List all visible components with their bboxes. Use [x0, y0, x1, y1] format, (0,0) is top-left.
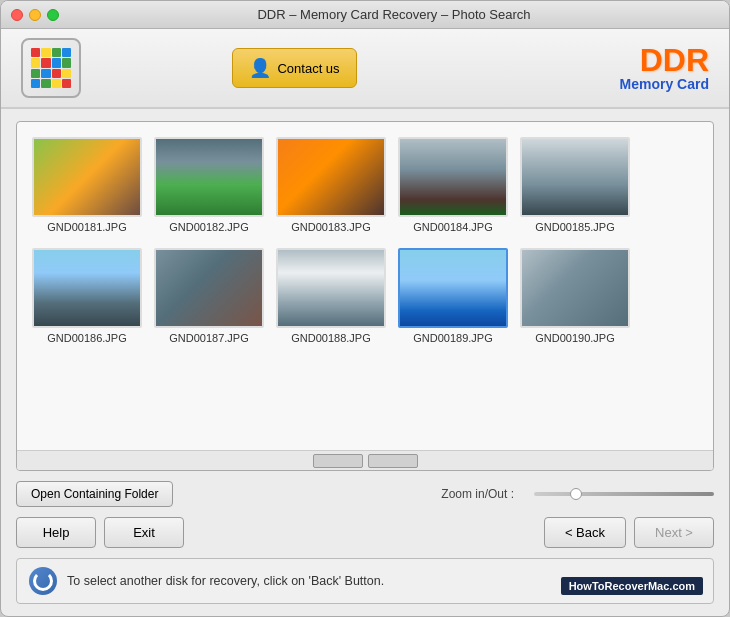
photo-item-182[interactable]: GND00182.JPG — [154, 137, 264, 233]
title-bar: DDR – Memory Card Recovery – Photo Searc… — [1, 1, 729, 29]
toolbar-row: Open Containing Folder Zoom in/Out : — [16, 481, 714, 507]
exit-button[interactable]: Exit — [104, 517, 184, 548]
contact-icon: 👤 — [249, 57, 271, 79]
photo-label-184: GND00184.JPG — [413, 221, 492, 233]
photo-grid-container: GND00181.JPG GND00182.JPG GND00183.JPG G… — [16, 121, 714, 471]
photo-grid-scroll[interactable]: GND00181.JPG GND00182.JPG GND00183.JPG G… — [17, 122, 713, 450]
photo-label-185: GND00185.JPG — [535, 221, 614, 233]
photo-item-184[interactable]: GND00184.JPG — [398, 137, 508, 233]
ddr-branding: DDR Memory Card — [620, 44, 709, 92]
photo-thumb-188[interactable] — [276, 248, 386, 328]
photo-item-190[interactable]: GND00190.JPG — [520, 248, 630, 344]
exit-label: Exit — [133, 525, 155, 540]
photo-item-189[interactable]: GND00189.JPG — [398, 248, 508, 344]
app-header: 👤 Contact us DDR Memory Card — [1, 29, 729, 109]
photo-thumb-187[interactable] — [154, 248, 264, 328]
minimize-button[interactable] — [29, 9, 41, 21]
next-button[interactable]: Next > — [634, 517, 714, 548]
photo-thumb-190[interactable] — [520, 248, 630, 328]
open-folder-label: Open Containing Folder — [31, 487, 158, 501]
photo-label-182: GND00182.JPG — [169, 221, 248, 233]
photo-label-183: GND00183.JPG — [291, 221, 370, 233]
ddr-subtitle: Memory Card — [620, 76, 709, 92]
photo-thumb-185[interactable] — [520, 137, 630, 217]
main-content: GND00181.JPG GND00182.JPG GND00183.JPG G… — [1, 109, 729, 616]
photo-item-188[interactable]: GND00188.JPG — [276, 248, 386, 344]
status-icon — [29, 567, 57, 595]
photo-label-190: GND00190.JPG — [535, 332, 614, 344]
next-label: Next > — [655, 525, 693, 540]
photo-row-1: GND00181.JPG GND00182.JPG GND00183.JPG G… — [32, 137, 698, 233]
photo-thumb-183[interactable] — [276, 137, 386, 217]
photo-item-183[interactable]: GND00183.JPG — [276, 137, 386, 233]
photo-thumb-181[interactable] — [32, 137, 142, 217]
app-logo — [21, 38, 81, 98]
help-label: Help — [43, 525, 70, 540]
back-button[interactable]: < Back — [544, 517, 626, 548]
status-bar: To select another disk for recovery, cli… — [16, 558, 714, 604]
logo-grid — [31, 48, 71, 88]
photo-label-188: GND00188.JPG — [291, 332, 370, 344]
contact-button[interactable]: 👤 Contact us — [232, 48, 356, 88]
photo-label-181: GND00181.JPG — [47, 221, 126, 233]
zoom-slider[interactable] — [534, 492, 714, 496]
back-label: < Back — [565, 525, 605, 540]
ddr-title: DDR — [620, 44, 709, 76]
help-button[interactable]: Help — [16, 517, 96, 548]
status-message: To select another disk for recovery, cli… — [67, 574, 384, 588]
photo-thumb-bar — [17, 450, 713, 470]
photo-label-186: GND00186.JPG — [47, 332, 126, 344]
app-window: DDR – Memory Card Recovery – Photo Searc… — [0, 0, 730, 617]
window-title: DDR – Memory Card Recovery – Photo Searc… — [69, 7, 719, 22]
photo-label-189: GND00189.JPG — [413, 332, 492, 344]
zoom-label: Zoom in/Out : — [441, 487, 514, 501]
photo-thumb-184[interactable] — [398, 137, 508, 217]
bottom-buttons-row: Help Exit < Back Next > — [16, 517, 714, 548]
maximize-button[interactable] — [47, 9, 59, 21]
photo-item-187[interactable]: GND00187.JPG — [154, 248, 264, 344]
watermark: HowToRecoverMac.com — [561, 577, 703, 595]
photo-thumb-189[interactable] — [398, 248, 508, 328]
close-button[interactable] — [11, 9, 23, 21]
photo-thumb-182[interactable] — [154, 137, 264, 217]
zoom-slider-container — [534, 492, 714, 496]
zoom-slider-thumb[interactable] — [570, 488, 582, 500]
open-folder-button[interactable]: Open Containing Folder — [16, 481, 173, 507]
photo-item-186[interactable]: GND00186.JPG — [32, 248, 142, 344]
contact-button-label: Contact us — [277, 61, 339, 76]
thumb-nav-next[interactable] — [368, 454, 418, 468]
photo-item-185[interactable]: GND00185.JPG — [520, 137, 630, 233]
photo-row-2: GND00186.JPG GND00187.JPG GND00188.JPG G… — [32, 248, 698, 344]
photo-label-187: GND00187.JPG — [169, 332, 248, 344]
photo-item-181[interactable]: GND00181.JPG — [32, 137, 142, 233]
thumb-nav-prev[interactable] — [313, 454, 363, 468]
traffic-lights — [11, 9, 59, 21]
photo-thumb-186[interactable] — [32, 248, 142, 328]
